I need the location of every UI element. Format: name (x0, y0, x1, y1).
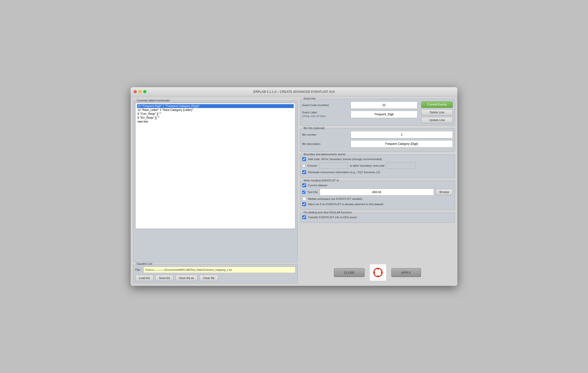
bin-info-section: Bin Info (optional) Bin number Bin descr… (300, 128, 455, 152)
event-code-row: Event Code (number) (302, 101, 417, 109)
help-icon-button[interactable] (369, 264, 387, 281)
update-line-button[interactable]: Update Line (421, 117, 453, 123)
event-code-input[interactable] (351, 101, 417, 109)
write-title: Write resulting EVENTLIST to (303, 179, 340, 182)
convert-input-2[interactable] (387, 163, 415, 169)
browse-button[interactable]: Browse (436, 189, 453, 195)
warn-label: Warn me if an EVENTLIST is already attac… (308, 203, 383, 206)
current-dataset-label: Current dataset (308, 184, 327, 187)
code-line-4[interactable]: 8 "Err_Resp" [] "" (137, 116, 294, 120)
equation-buttons: Load list Save list Save list as Clear f… (135, 275, 295, 281)
save-list-button[interactable]: Save list (155, 275, 174, 281)
eliminate-label: Eliminate nonnumeric information (e.g., … (308, 171, 380, 174)
eliminate-checkbox[interactable] (302, 170, 306, 174)
bin-info-title: Bin Info (optional) (303, 127, 326, 130)
current-dataset-checkbox[interactable] (302, 183, 306, 187)
file-row: File : (135, 267, 295, 273)
left-panel: Currently edited eventcodes 22 "Frequent… (133, 99, 298, 283)
event-label-input[interactable] (351, 111, 417, 118)
right-panel: Event Info Event Code (number) Event Lab… (300, 99, 455, 283)
equation-list-title: Equation List (136, 262, 153, 265)
matlab-workspace-label: Matlab workspace (as EVENTLIST variable) (308, 197, 362, 200)
event-info-section: Event Info Event Code (number) Event Lab… (300, 99, 455, 125)
matlab-workspace-checkbox[interactable] (302, 197, 306, 201)
event-code-label: Event Code (number) (302, 103, 351, 107)
code-line-1[interactable]: 22 "Frequent Digit" 1 "Frequent Category… (137, 104, 294, 108)
boundary-section: Boundary and alphanumeric events Add cod… (300, 154, 455, 178)
current-events-button[interactable]: Current Events (421, 101, 453, 108)
plot-title: For plotting and other EEGLAB functions (303, 211, 353, 214)
titlebar: ERPLAB 5.1.1.0 – CREATE ADVANCED EVENTLI… (131, 87, 457, 96)
delete-line-button[interactable]: Delete Line (421, 109, 453, 116)
code-line-2[interactable]: 12 "Rare_Letter" 2 "Rare Category (Lette… (137, 108, 294, 112)
text-file-checkbox[interactable] (302, 191, 305, 194)
clear-file-button[interactable]: Clear file (200, 275, 218, 281)
text-file-row: Text File Browse (302, 189, 453, 196)
event-label-row: Event Label (string, max 16 char) (302, 111, 417, 118)
convert-label: Convert (307, 164, 317, 167)
boundary-checkbox-row: Add code -99 for 'boundary' events (stro… (302, 157, 453, 161)
bin-description-label: Bin description (302, 142, 351, 146)
window-title: ERPLAB 5.1.1.0 – CREATE ADVANCED EVENTLI… (253, 90, 335, 93)
warn-checkbox[interactable] (302, 202, 306, 206)
load-list-button[interactable]: Load list (135, 275, 153, 281)
bin-description-input[interactable] (351, 140, 453, 147)
close-button[interactable] (134, 90, 137, 93)
eventcodes-title: Currently edited eventcodes (136, 99, 171, 102)
eliminate-row: Eliminate nonnumeric information (e.g., … (302, 170, 453, 174)
minimize-button[interactable] (138, 90, 142, 93)
code-line-5[interactable]: new line (137, 120, 294, 123)
convert-input-1[interactable] (319, 163, 348, 169)
save-list-as-button[interactable]: Save list as (175, 275, 198, 281)
warn-row: Warn me if an EVENTLIST is already attac… (302, 202, 453, 206)
boundary-title: Boundary and alphanumeric events (303, 153, 346, 156)
equation-list-panel: Equation List File : Load list Save list… (133, 264, 298, 283)
boundary-checkbox[interactable] (302, 157, 306, 161)
convert-label-2: to label 'boundary' and code (350, 164, 385, 167)
transfer-label: Transfer EVENTLIST info to EEG.event (308, 216, 357, 219)
code-editor[interactable]: 22 "Frequent Digit" 1 "Frequent Category… (135, 103, 295, 229)
bin-number-input[interactable] (351, 131, 453, 138)
main-window: ERPLAB 5.1.1.0 – CREATE ADVANCED EVENTLI… (131, 87, 457, 286)
matlab-workspace-row: Matlab workspace (as EVENTLIST variable) (302, 197, 453, 201)
event-info-area: Event Code (number) Event Label (string,… (302, 101, 453, 123)
file-path-input[interactable] (144, 267, 295, 273)
plot-section: For plotting and other EEGLAB functions … (300, 213, 455, 223)
convert-checkbox[interactable] (302, 164, 305, 167)
text-file-label: Text File (307, 191, 318, 194)
convert-row: Convert to label 'boundary' and code (302, 163, 453, 169)
traffic-lights (134, 90, 147, 93)
help-icon (372, 266, 384, 279)
transfer-row: Transfer EVENTLIST info to EEG.event (302, 215, 453, 219)
main-content: Currently edited eventcodes 22 "Frequent… (131, 96, 457, 286)
apply-button[interactable]: APPLY (391, 268, 421, 277)
maximize-button[interactable] (143, 90, 147, 93)
text-file-input[interactable] (320, 189, 434, 196)
event-fields: Event Code (number) Event Label (string,… (302, 101, 417, 123)
event-info-title: Event Info (303, 97, 317, 100)
write-section: Write resulting EVENTLIST to Current dat… (300, 181, 455, 210)
bottom-buttons: CLOSE (300, 262, 455, 283)
boundary-label: Add code -99 for 'boundary' events (stro… (308, 158, 382, 161)
bin-number-row: Bin number (302, 131, 453, 138)
file-label: File : (135, 268, 142, 272)
code-line-3[interactable]: 9 "Corr_Resp" [] "" (137, 112, 294, 116)
event-action-buttons: Current Events Delete Line Update Line (421, 101, 453, 123)
bin-description-row: Bin description (302, 140, 453, 147)
eventcodes-panel: Currently edited eventcodes 22 "Frequent… (133, 101, 298, 262)
bin-number-label: Bin number (302, 133, 351, 137)
transfer-checkbox[interactable] (302, 215, 306, 219)
current-dataset-row: Current dataset (302, 183, 453, 187)
event-label-label: Event Label (string, max 16 char) (302, 111, 351, 118)
close-button[interactable]: CLOSE (334, 268, 364, 277)
